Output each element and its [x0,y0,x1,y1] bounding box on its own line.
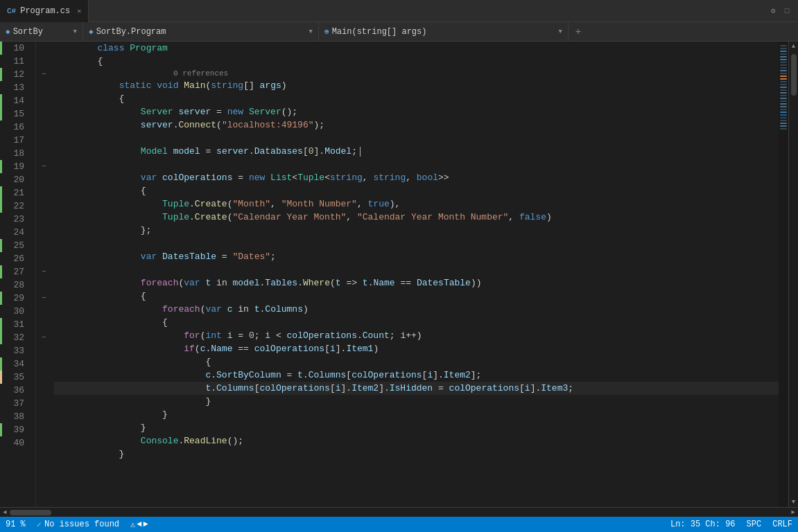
code-line-40: } [54,447,779,461]
file-tab[interactable]: C# Program.cs ✕ [0,0,89,22]
scroll-h-track[interactable] [10,508,788,517]
position-info: Ln: 35 Ch: 96 [670,520,736,529]
code-line-16 [54,132,779,145]
main-icon: ⊕ [324,27,329,36]
code-scroll: 10 11 12 13 14 15 16 17 18 [0,42,798,507]
main-arrow: ▼ [559,28,562,35]
tab-icon: C# [7,7,16,15]
code-line-23: }; [54,224,779,237]
code-lines[interactable]: class Program { 0 references static void… [51,42,779,507]
code-line-24 [54,237,779,250]
zoom-level[interactable]: 91 % [6,520,26,529]
code-line-34: c.SortByColumn = t.Columns[colOperations… [54,369,779,382]
collapse-12[interactable]: − [36,68,51,81]
issues-text: No issues found [44,520,119,529]
code-line-15: server.Connect("localhost:49196"); [54,118,779,132]
status-bar: 91 % ✓ No issues found ⚠ ◄ ► Ln: 35 Ch: … [0,517,798,532]
tab-filename: Program.cs [20,6,70,16]
code-line-20: { [54,184,779,197]
line-numbers: 10 11 12 13 14 15 16 17 18 [0,42,36,507]
sortby-label: SortBy [13,27,43,37]
collapse-gutter: − − − − − [36,42,51,507]
title-bar: C# Program.cs ✕ ⚙ □ [0,0,798,22]
code-line-28: { [54,290,779,303]
main-label: Main(string[] args) [332,27,427,37]
program-arrow: ▼ [309,28,313,35]
code-line-38: } [54,421,779,434]
scroll-left-arrow[interactable]: ◄ [0,508,10,517]
code-line-30: { [54,316,779,329]
status-right: Ln: 35 Ch: 96 SPC CRLF [670,520,792,529]
code-line-37: } [54,408,779,421]
code-line-21: Tuple.Create("Month", "Month Number", tr… [54,197,779,211]
code-line-39: Console.ReadLine(); [54,434,779,447]
title-bar-right: ⚙ □ [767,6,798,17]
nav-next[interactable]: ► [144,520,148,529]
scroll-up-arrow[interactable]: ▲ [789,42,798,51]
scroll-right-arrow[interactable]: ► [788,508,798,517]
collapse-19[interactable]: − [36,160,51,173]
scroll-down-arrow[interactable]: ▼ [789,497,798,507]
code-line-35: t.Columns[colOperations[i].Item2].IsHidd… [54,382,779,395]
code-line-12: 0 references static void Main(string[] a… [54,68,779,92]
code-line-29: foreach(var c in t.Columns) [54,303,779,316]
main-content: 10 11 12 13 14 15 16 17 18 [0,42,798,517]
code-line-32: if(c.Name == colOperations[i].Item1) [54,342,779,355]
collapse-27[interactable]: − [36,265,51,278]
nav-controls: ⚠ ◄ ► [130,520,148,530]
minimap [779,42,788,507]
code-line-22: Tuple.Create("Calendar Year Month", "Cal… [54,211,779,224]
collapse-32[interactable]: − [36,331,51,344]
code-line-10: class Program [54,42,779,55]
program-icon: ◈ [89,27,94,36]
code-line-13: { [54,92,779,105]
code-line-27: foreach(var t in model.Tables.Where(t =>… [54,276,779,290]
code-line-25: var DatesTable = "Dates"; [54,250,779,263]
code-line-11: { [54,55,779,68]
scroll-h-thumb[interactable] [10,510,51,515]
tab-close-btn[interactable]: ✕ [77,7,81,15]
sortby-arrow: ▼ [73,28,77,35]
program-dropdown[interactable]: ◈ SortBy.Program ▼ [83,22,319,42]
add-nav-btn[interactable]: + [569,22,588,42]
nav-prev[interactable]: ◄ [137,520,141,529]
nav-bar: ◈ SortBy ▼ ◈ SortBy.Program ▼ ⊕ Main(str… [0,22,798,42]
code-line-31: for(int i = 0; i < colOperations.Count; … [54,329,779,342]
encoding-info: CRLF [772,520,792,529]
settings-btn[interactable]: ⚙ [767,6,779,17]
warning-icon: ⚠ [130,520,135,530]
code-line-26 [54,263,779,276]
code-line-18 [54,158,779,171]
collapse-29[interactable]: − [36,292,51,305]
cursor-17 [360,147,361,157]
scrollbar-vertical[interactable]: ▲ ▼ [788,42,798,507]
issues-status[interactable]: ✓ No issues found [37,520,119,530]
code-line-33: { [54,355,779,369]
code-line-14: Server server = new Server(); [54,105,779,118]
code-line-19: var colOperations = new List<Tuple<strin… [54,171,779,184]
sortby-icon: ◈ [6,27,10,36]
zoom-value: 91 % [6,520,26,529]
scrollbar-horizontal[interactable]: ◄ ► [0,507,798,517]
code-line-36: } [54,395,779,408]
sortby-dropdown[interactable]: ◈ SortBy ▼ [0,22,83,42]
code-area[interactable]: 10 11 12 13 14 15 16 17 18 [0,42,798,517]
indent-info: SPC [747,520,762,529]
main-dropdown[interactable]: ⊕ Main(string[] args) ▼ [319,22,569,42]
code-line-17: Model model = server.Databases[0].Model; [54,145,779,158]
issues-icon: ✓ [37,520,42,530]
expand-btn[interactable]: □ [781,6,792,17]
scroll-thumb[interactable] [791,54,797,96]
program-label: SortBy.Program [96,27,166,37]
